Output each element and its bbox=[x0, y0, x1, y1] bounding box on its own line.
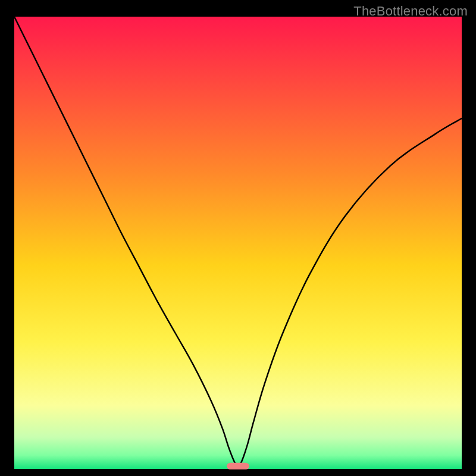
watermark-label: TheBottleneck.com bbox=[353, 4, 468, 19]
optimum-marker bbox=[227, 463, 249, 469]
chart-background-gradient bbox=[14, 17, 462, 469]
bottleneck-chart bbox=[0, 0, 476, 476]
chart-root: TheBottleneck.com bbox=[0, 0, 476, 476]
